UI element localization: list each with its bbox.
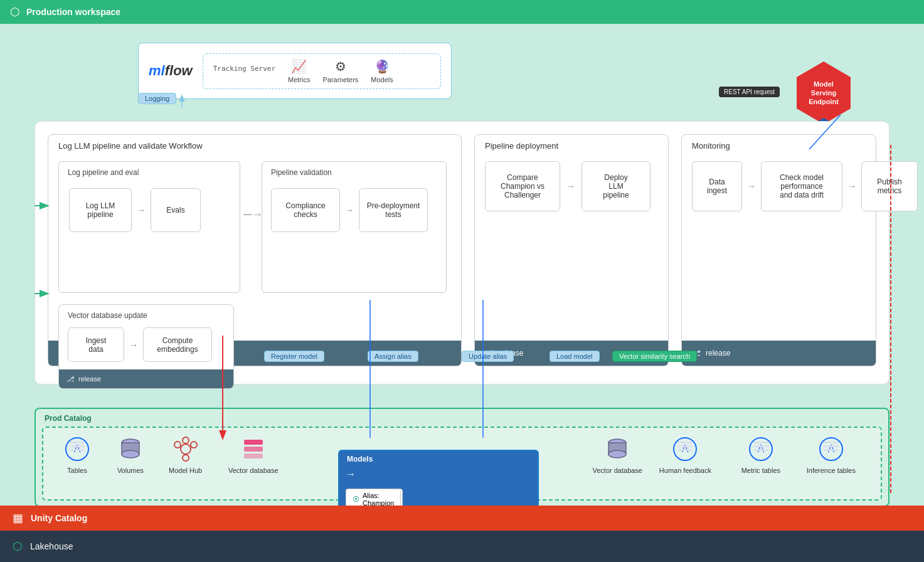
svg-rect-23 bbox=[677, 449, 693, 451]
check-model-step: Check model performance and data drift bbox=[761, 161, 842, 211]
load-model-badge: Load model bbox=[550, 351, 600, 362]
workspace-title: Production workspace bbox=[26, 7, 120, 17]
metric-tables-item: A Metric tables bbox=[741, 434, 780, 474]
arrow-6: → bbox=[847, 181, 856, 191]
svg-rect-28 bbox=[753, 449, 768, 451]
mlflow-logo: mlflow bbox=[149, 63, 193, 79]
svg-text:A: A bbox=[828, 443, 835, 454]
vector-db-right-icon bbox=[602, 434, 632, 464]
log-llm-title: Log LLM pipeline and validate Workflow bbox=[58, 141, 203, 151]
log-llm-pipeline-step: Log LLM pipeline bbox=[69, 188, 132, 232]
svg-rect-14 bbox=[244, 447, 263, 452]
svg-rect-22 bbox=[677, 445, 693, 447]
pipeline-validation-sub: Pipeline validation Compliance checks → … bbox=[262, 161, 447, 293]
compare-champion-step: Compare Champion vs Challenger bbox=[485, 161, 560, 211]
arrow-1: → bbox=[137, 205, 146, 215]
unity-catalog-icon: ▦ bbox=[13, 511, 23, 525]
model-hub-icon bbox=[171, 434, 201, 464]
svg-rect-27 bbox=[753, 445, 768, 447]
data-ingest-step: Data ingest bbox=[692, 161, 742, 211]
unity-catalog-bar: ▦ Unity Catalog bbox=[0, 506, 924, 531]
deploy-llm-step: Deploy LLM pipeline bbox=[581, 161, 651, 211]
arrow-5: → bbox=[747, 181, 756, 191]
monitoring-section: Monitoring Data ingest → Check model per… bbox=[681, 134, 876, 366]
vector-db-right-item: Vector database bbox=[592, 434, 642, 474]
arrow-2: → bbox=[345, 205, 354, 215]
svg-rect-3 bbox=[70, 445, 85, 447]
publish-metrics-step: Publish metrics bbox=[861, 161, 918, 211]
lakehouse-bar: ⬡ Lakehouse bbox=[0, 531, 924, 562]
mlflow-tracking-box: mlflow Tracking Server 📈 Metrics ⚙ Param… bbox=[138, 43, 452, 99]
human-feedback-icon: A bbox=[670, 434, 700, 464]
log-llm-section: Log LLM pipeline and validate Workflow L… bbox=[48, 134, 462, 366]
vector-db-title: Vector database update bbox=[68, 311, 147, 320]
svg-rect-2 bbox=[70, 442, 85, 443]
svg-text:A: A bbox=[757, 443, 764, 454]
parameters-item: ⚙ Parameters bbox=[322, 59, 358, 83]
monitor-title: Monitoring bbox=[692, 141, 730, 151]
models-item: 🔮 Models bbox=[371, 59, 393, 83]
lakehouse-title: Lakehouse bbox=[30, 541, 73, 551]
svg-point-9 bbox=[183, 437, 189, 443]
rest-api-badge: REST API request bbox=[719, 87, 780, 97]
lakehouse-icon: ⬡ bbox=[13, 539, 23, 553]
metrics-item: 📈 Metrics bbox=[288, 59, 310, 83]
vector-db-left-item: Vector database bbox=[228, 434, 279, 474]
arrow-3: → bbox=[129, 340, 138, 350]
workspace-icon: ⬡ bbox=[10, 5, 20, 19]
tables-icon: A bbox=[62, 434, 92, 464]
svg-text:A: A bbox=[682, 443, 689, 454]
metric-tables-icon: A bbox=[746, 434, 776, 464]
dashed-arrow: - - - → bbox=[243, 207, 261, 221]
svg-rect-4 bbox=[70, 449, 85, 451]
svg-point-8 bbox=[181, 444, 191, 454]
alias-arrow: → bbox=[346, 469, 356, 480]
svg-rect-13 bbox=[244, 440, 263, 445]
arrow-4: → bbox=[566, 181, 575, 191]
unity-catalog-title: Unity Catalog bbox=[31, 513, 87, 523]
inference-tables-item: A Inference tables bbox=[807, 434, 856, 474]
prod-catalog: Prod Catalog A Tables bbox=[35, 408, 889, 507]
vector-release-bar: ⎇ release bbox=[59, 369, 233, 388]
prod-catalog-title: Prod Catalog bbox=[45, 414, 92, 423]
deploy-title: Pipeline deployment bbox=[485, 141, 558, 151]
compute-embeddings-step: Compute embeddings bbox=[143, 327, 212, 362]
svg-rect-21 bbox=[677, 442, 693, 443]
svg-rect-31 bbox=[824, 442, 839, 443]
ingest-data-step: Ingest data bbox=[68, 327, 124, 362]
update-alias-badge: Update alias bbox=[462, 351, 514, 362]
monitor-release-bar: ⎇ release bbox=[682, 341, 876, 366]
evals-step: Evals bbox=[151, 188, 201, 232]
svg-rect-15 bbox=[244, 453, 263, 459]
svg-text:A: A bbox=[74, 443, 81, 454]
volumes-icon bbox=[115, 434, 146, 464]
main-area: mlflow Tracking Server 📈 Metrics ⚙ Param… bbox=[0, 24, 924, 562]
vector-search-badge: Vector similarity search bbox=[612, 351, 697, 362]
prod-catalog-inner: A Tables Volumes bbox=[42, 427, 882, 501]
pipeline-deploy-section: Pipeline deployment Compare Champion vs … bbox=[474, 134, 669, 366]
svg-rect-26 bbox=[753, 442, 768, 443]
svg-point-12 bbox=[191, 442, 197, 448]
workflow-area: Log LLM pipeline and validate Workflow L… bbox=[35, 121, 889, 384]
register-model-badge: Register model bbox=[264, 351, 324, 362]
tracking-server-label: Tracking Server bbox=[213, 65, 275, 78]
log-pipeline-sub: Log pipeline and eval Log LLM pipeline →… bbox=[58, 161, 240, 293]
model-serving-endpoint: Model Serving Endpoint bbox=[792, 61, 855, 124]
vector-db-section: Vector database update Ingest data → Com… bbox=[58, 304, 234, 389]
svg-point-7 bbox=[122, 450, 139, 458]
log-pipeline-title: Log pipeline and eval bbox=[68, 168, 139, 177]
top-bar: ⬡ Production workspace bbox=[0, 0, 924, 24]
svg-rect-32 bbox=[824, 445, 839, 447]
model-hub-item: Model Hub bbox=[169, 434, 202, 474]
volumes-item: Volumes bbox=[115, 434, 146, 474]
tables-item: A Tables bbox=[62, 434, 92, 474]
models-catalog-title: Models bbox=[347, 455, 373, 464]
svg-point-11 bbox=[174, 442, 181, 448]
svg-point-10 bbox=[183, 455, 189, 461]
svg-rect-33 bbox=[824, 449, 839, 451]
assign-alias-badge: Assign alias bbox=[368, 351, 418, 362]
models-catalog-box: Models ⦿ Alias: Challenger → ⦿ Alias: Ch… bbox=[338, 450, 539, 512]
vector-db-left-icon bbox=[238, 434, 268, 464]
inference-tables-icon: A bbox=[816, 434, 846, 464]
tracking-server-box: Tracking Server 📈 Metrics ⚙ Parameters 🔮… bbox=[203, 53, 441, 89]
